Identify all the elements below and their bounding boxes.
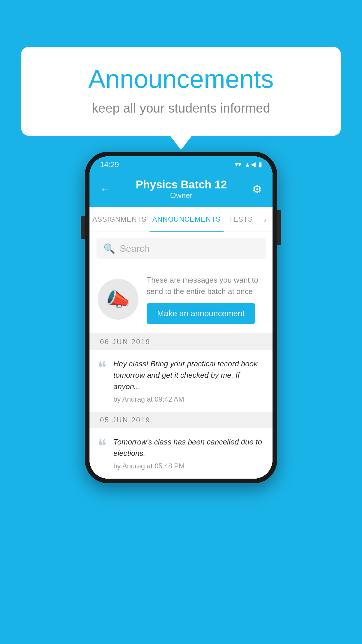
bubble-subtitle: keep all your students informed (44, 101, 318, 116)
tab-assignments[interactable]: ASSIGNMENTS (89, 207, 150, 232)
announcement-description: These are messages you want to send to t… (147, 274, 264, 297)
back-button[interactable]: ← (100, 183, 110, 195)
announcement-text-2: Tomorrow's class has been cancelled due … (113, 436, 264, 459)
announcement-content-2: Tomorrow's class has been cancelled due … (113, 436, 264, 470)
announcement-item-1[interactable]: ❝ Hey class! Bring your practical record… (89, 350, 273, 412)
announcement-right: These are messages you want to send to t… (147, 274, 264, 324)
status-time: 14:29 (100, 160, 119, 169)
announcement-item-2[interactable]: ❝ Tomorrow's class has been cancelled du… (89, 428, 273, 479)
battery-icon: ▮ (259, 161, 262, 168)
phone-outer: 14:29 ▾▾ ▲◀ ▮ ← Physics Batch 12 Owner ⚙ (85, 152, 277, 483)
tab-bar: ASSIGNMENTS ANNOUNCEMENTS TESTS › (89, 207, 273, 232)
tab-more[interactable]: › (258, 207, 273, 232)
header-center: Physics Batch 12 Owner (136, 178, 227, 200)
status-bar: 14:29 ▾▾ ▲◀ ▮ (89, 156, 273, 173)
announcement-meta-1: by Anurag at 09:42 AM (113, 395, 264, 403)
search-bar[interactable]: 🔍 Search (96, 238, 266, 259)
header-subtitle: Owner (136, 191, 227, 200)
announcement-meta-2: by Anurag at 05:48 PM (113, 462, 264, 470)
app-header: ← Physics Batch 12 Owner ⚙ (89, 173, 273, 207)
speech-bubble: Announcements keep all your students inf… (21, 47, 341, 136)
quote-icon-2: ❝ (98, 438, 106, 454)
date-separator-1: 06 JUN 2019 (89, 334, 273, 350)
search-placeholder: Search (120, 243, 149, 254)
header-title: Physics Batch 12 (136, 178, 227, 191)
date-separator-2: 05 JUN 2019 (89, 412, 273, 428)
announcement-content-1: Hey class! Bring your practical record b… (113, 358, 264, 403)
announcement-icon-circle: 📣 (98, 279, 138, 320)
announcement-text-1: Hey class! Bring your practical record b… (113, 358, 264, 392)
phone-mockup: 14:29 ▾▾ ▲◀ ▮ ← Physics Batch 12 Owner ⚙ (85, 152, 277, 483)
search-container: 🔍 Search (89, 232, 273, 265)
megaphone-icon: 📣 (106, 288, 131, 311)
settings-icon[interactable]: ⚙ (252, 183, 262, 196)
search-icon: 🔍 (103, 243, 115, 254)
bubble-title: Announcements (44, 64, 318, 94)
tab-tests[interactable]: TESTS (224, 207, 258, 232)
status-icons: ▾▾ ▲◀ ▮ (235, 161, 262, 168)
speech-bubble-section: Announcements keep all your students inf… (21, 47, 341, 136)
announcement-prompt: 📣 These are messages you want to send to… (89, 265, 273, 334)
quote-icon-1: ❝ (98, 359, 106, 376)
wifi-icon: ▾▾ (235, 161, 241, 168)
signal-icon: ▲◀ (244, 161, 256, 168)
make-announcement-button[interactable]: Make an announcement (147, 303, 255, 324)
phone-inner: 14:29 ▾▾ ▲◀ ▮ ← Physics Batch 12 Owner ⚙ (89, 156, 273, 479)
tab-announcements[interactable]: ANNOUNCEMENTS (150, 207, 224, 232)
